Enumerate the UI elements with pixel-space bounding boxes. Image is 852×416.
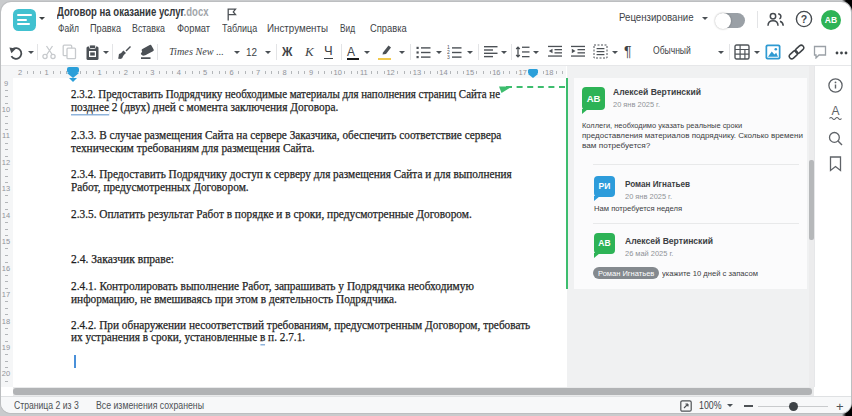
svg-text:3: 3 [447,54,450,59]
svg-text:?: ? [801,13,807,25]
svg-text:А: А [831,104,839,118]
